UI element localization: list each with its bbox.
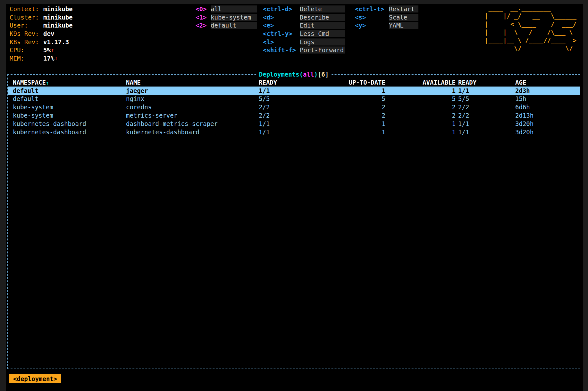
breadcrumb-deployment: <deployment> xyxy=(9,374,61,383)
k9s-rev-value: dev xyxy=(43,30,54,37)
hotkey-edit: <e>Edit xyxy=(263,21,345,29)
context-row: Context:minikube xyxy=(10,5,73,13)
cell-up-to-date: 2 xyxy=(300,104,385,111)
hotkey-label-describe: Describe xyxy=(300,14,345,21)
hotkey-less-cmd: <ctrl-y>Less Cmd xyxy=(263,29,345,38)
header-ready: READY xyxy=(259,79,300,86)
hotkey-menu-column-1: <ctrl-d>Delete <d>Describe <e>Edit <ctrl… xyxy=(263,5,345,54)
table-row-kubernetes-dashboard[interactable]: kubernetes-dashboard kubernetes-dashboar… xyxy=(8,128,580,136)
panel-title-close-paren: ) xyxy=(314,71,317,78)
user-row: User:minikube xyxy=(10,21,73,29)
cell-up-to-date: 1 xyxy=(300,120,385,127)
table-row-nginx[interactable]: default nginx 5/5 5 5 5/5 15h xyxy=(8,95,580,103)
hotkey-key-describe: <d> xyxy=(263,14,300,21)
table-row-jaeger[interactable]: default jaeger 1/1 1 1 1/1 2d3h xyxy=(8,87,580,95)
cell-up-to-date: 2 xyxy=(300,112,385,119)
cell-up-to-date: 1 xyxy=(300,129,385,136)
k9s-ascii-logo: ____ __.________ | |/ _/ __ \______ | < … xyxy=(485,4,576,53)
cell-ready-2: 5/5 xyxy=(456,95,515,102)
hotkey-key-less-cmd: <ctrl-y> xyxy=(263,30,300,37)
k8s-rev-value: v1.17.3 xyxy=(43,38,69,46)
hotkey-label-port-forward: Port-Forward xyxy=(300,46,345,54)
hotkey-label-delete: Delete xyxy=(300,5,345,12)
hotkey-label-logs: Logs xyxy=(300,38,345,46)
k9s-rev-row: K9s Rev:dev xyxy=(10,29,73,38)
cell-ready: 2/2 xyxy=(259,112,300,119)
cell-age: 3d20h xyxy=(515,129,580,136)
deployments-panel: Deployments(all)[6] NAMESPACE↑ NAME READ… xyxy=(7,74,580,369)
namespace-shortcuts: <0>all <1>kube-system <2>default xyxy=(196,5,257,29)
mem-label: MEM: xyxy=(10,55,43,62)
cell-name: nginx xyxy=(126,95,259,102)
hotkey-key-restart: <ctrl-t> xyxy=(355,5,389,12)
cell-age: 3d20h xyxy=(515,120,580,127)
header-name: NAME xyxy=(126,79,259,86)
cluster-label: Cluster: xyxy=(10,14,43,21)
context-label: Context: xyxy=(10,5,43,12)
table-row-metrics-server[interactable]: kube-system metrics-server 2/2 2 2 2/2 2… xyxy=(8,111,580,120)
hotkey-logs: <l>Logs xyxy=(263,38,345,46)
hotkey-key-port-forward: <shift-f> xyxy=(263,46,300,54)
hotkey-port-forward: <shift-f>Port-Forward xyxy=(263,46,345,54)
hotkey-restart: <ctrl-t>Restart xyxy=(355,5,418,13)
namespace-label-kube-system: kube-system xyxy=(211,14,257,21)
cell-ready-2: 1/1 xyxy=(456,129,515,136)
cpu-label: CPU: xyxy=(10,46,43,54)
header-namespace-label: NAMESPACE xyxy=(13,79,46,86)
table-row-dashboard-metrics-scraper[interactable]: kubernetes-dashboard dashboard-metrics-s… xyxy=(8,120,580,128)
cell-namespace: kube-system xyxy=(13,112,126,119)
header-ready-2: READY xyxy=(456,79,515,86)
hotkey-label-edit: Edit xyxy=(300,22,345,29)
mem-row: MEM:17%↑ xyxy=(10,54,73,62)
panel-title-open-paren: ( xyxy=(299,71,303,78)
cell-ready: 1/1 xyxy=(259,120,300,127)
cell-up-to-date: 1 xyxy=(300,87,385,94)
cell-available: 2 xyxy=(385,112,456,119)
namespace-shortcut-kube-system[interactable]: <1>kube-system xyxy=(196,13,257,21)
hotkey-key-edit: <e> xyxy=(263,22,300,29)
hotkey-key-delete: <ctrl-d> xyxy=(263,5,300,12)
header-up-to-date: UP-TO-DATE xyxy=(300,79,385,86)
header-age: AGE xyxy=(515,79,580,86)
cell-ready-2: 1/1 xyxy=(456,120,515,127)
panel-title: Deployments(all)[6] xyxy=(256,70,332,79)
deployments-table: NAMESPACE↑ NAME READY UP-TO-DATE AVAILAB… xyxy=(8,78,580,136)
cell-ready: 2/2 xyxy=(259,104,300,111)
k8s-rev-row: K8s Rev:v1.17.3 xyxy=(10,38,73,46)
panel-title-resource: Deployments xyxy=(259,71,299,78)
namespace-shortcut-all[interactable]: <0>all xyxy=(196,5,257,13)
table-header-row: NAMESPACE↑ NAME READY UP-TO-DATE AVAILAB… xyxy=(8,78,580,87)
hotkey-key-logs: <l> xyxy=(263,38,300,46)
cluster-row: Cluster:minikube xyxy=(10,13,73,21)
panel-title-close-bracket: ] xyxy=(325,71,329,78)
namespace-shortcut-default[interactable]: <2>default xyxy=(196,21,257,29)
cell-available: 1 xyxy=(385,129,456,136)
hotkey-scale: <s>Scale xyxy=(355,13,418,21)
hotkey-delete: <ctrl-d>Delete xyxy=(263,5,345,13)
k9s-rev-label: K9s Rev: xyxy=(10,30,43,37)
hotkey-key-yaml: <y> xyxy=(355,22,389,29)
namespace-key-0: <0> xyxy=(196,5,211,12)
cell-age: 2d3h xyxy=(515,87,580,94)
panel-title-count: 6 xyxy=(321,71,325,78)
cell-name: kubernetes-dashboard xyxy=(126,129,259,136)
user-label: User: xyxy=(10,22,43,29)
cell-name: jaeger xyxy=(126,87,259,94)
table-row-coredns[interactable]: kube-system coredns 2/2 2 2 2/2 6d6h xyxy=(8,103,580,111)
cell-namespace: default xyxy=(13,95,126,102)
cell-up-to-date: 5 xyxy=(300,95,385,102)
hotkey-yaml: <y>YAML xyxy=(355,21,418,29)
mem-up-arrow-icon: ↑ xyxy=(55,55,57,61)
k8s-rev-label: K8s Rev: xyxy=(10,38,43,46)
hotkey-label-scale: Scale xyxy=(389,14,418,21)
panel-title-open-bracket: [ xyxy=(318,71,321,78)
namespace-key-1: <1> xyxy=(196,14,211,21)
cell-ready: 5/5 xyxy=(259,95,300,102)
cell-age: 2d13h xyxy=(515,112,580,119)
namespace-key-2: <2> xyxy=(196,22,211,29)
cell-namespace: kubernetes-dashboard xyxy=(13,129,126,136)
namespace-label-all: all xyxy=(211,5,257,12)
hotkey-describe: <d>Describe xyxy=(263,13,345,21)
cluster-value: minikube xyxy=(43,14,73,21)
sort-ascending-icon: ↑ xyxy=(46,80,49,86)
